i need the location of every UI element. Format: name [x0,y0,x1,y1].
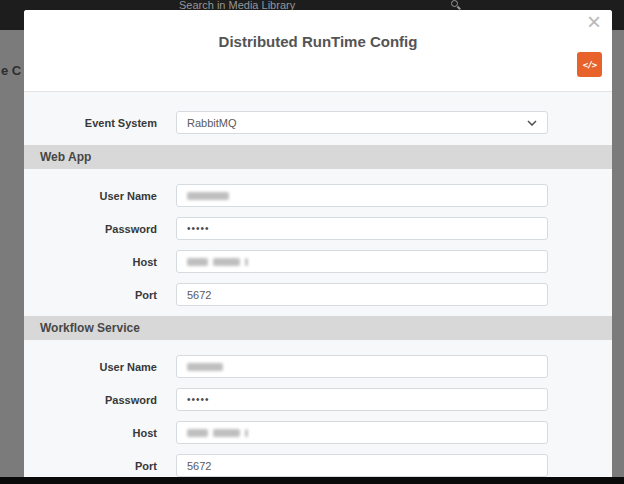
chevron-down-icon [527,120,537,126]
redacted-value [187,192,229,200]
port-label: Port [24,289,157,301]
redacted-value [187,258,248,266]
webapp-username-row: User Name [24,184,612,207]
dialog-title: Distributed RunTime Config [24,33,612,50]
background-page-text-fragment: e C [1,63,21,78]
username-label: User Name [24,361,157,373]
section-header-workflow-service: Workflow Service [24,316,612,340]
distributed-runtime-config-dialog: Distributed RunTime Config × </> Event S… [24,10,612,477]
password-label: Password [24,394,157,406]
search-icon[interactable] [451,0,458,7]
section-title: Web App [40,150,91,164]
workflow-username-input[interactable] [176,355,548,378]
workflow-port-row: Port [24,454,612,477]
close-icon[interactable]: × [582,10,606,36]
dialog-header: Distributed RunTime Config × </> [24,10,612,91]
webapp-port-input[interactable] [176,283,548,306]
port-label: Port [24,460,157,472]
workflow-host-row: Host [24,421,612,444]
event-system-select[interactable]: RabbitMQ [176,111,548,134]
username-label: User Name [24,190,157,202]
event-system-label: Event System [24,117,157,129]
workflow-username-row: User Name [24,355,612,378]
webapp-host-row: Host [24,250,612,273]
webapp-password-row: Password [24,217,612,240]
webapp-port-row: Port [24,283,612,306]
webapp-password-input[interactable] [176,217,548,240]
section-title: Workflow Service [40,321,140,335]
redacted-value [187,429,248,437]
event-system-row: Event System RabbitMQ [24,111,612,134]
host-label: Host [24,256,157,268]
page-bottom-strip [0,477,624,484]
dialog-body: Event System RabbitMQ Web App User Name [24,91,612,477]
section-header-web-app: Web App [24,145,612,169]
code-icon-button[interactable]: </> [577,52,602,77]
host-label: Host [24,427,157,439]
webapp-username-input[interactable] [176,184,548,207]
redacted-value [187,363,223,371]
workflow-password-row: Password [24,388,612,411]
workflow-port-input[interactable] [176,454,548,477]
event-system-value: RabbitMQ [187,117,237,129]
workflow-password-input[interactable] [176,388,548,411]
password-label: Password [24,223,157,235]
